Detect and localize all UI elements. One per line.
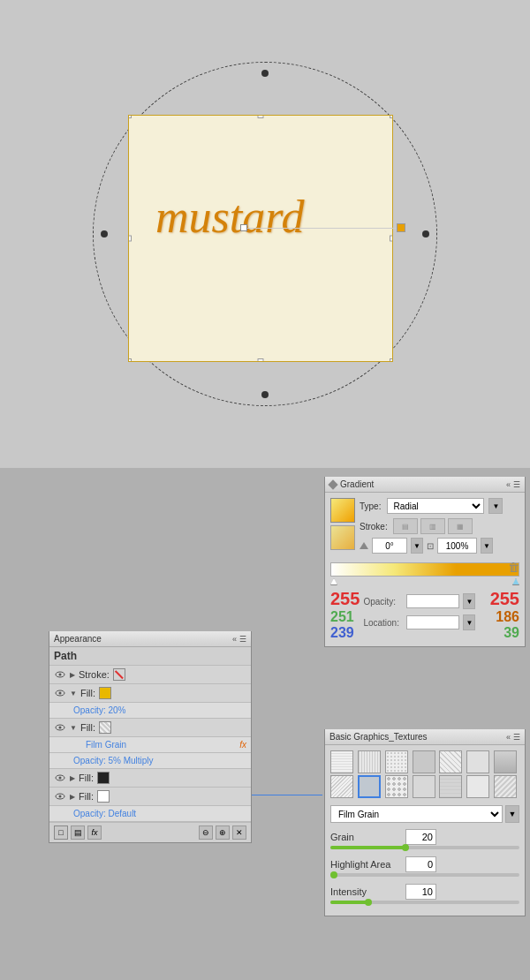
fill4-swatch[interactable] (97, 790, 110, 803)
stroke-btn-2[interactable]: ▥ (420, 518, 445, 534)
fill1-swatch[interactable] (99, 687, 111, 699)
appear-toolbar-btn2[interactable]: ▤ (71, 825, 85, 840)
stroke-btn-1[interactable]: ▤ (393, 518, 418, 534)
aspect-dropdown[interactable]: ▼ (481, 538, 493, 554)
fill3-label: Fill: (79, 773, 94, 783)
fill3-arrow[interactable]: ▶ (70, 774, 75, 782)
type-dropdown-arrow[interactable]: ▼ (488, 498, 503, 514)
grain-thumb[interactable] (402, 844, 409, 851)
stroke-swatch[interactable] (113, 668, 125, 681)
texture-thumb-14[interactable] (494, 775, 517, 798)
texture-thumb-10[interactable] (385, 775, 408, 798)
gradient-stop-left[interactable] (330, 578, 337, 585)
texture-thumb-7[interactable] (494, 750, 517, 773)
circle-handle-bottom[interactable] (261, 391, 269, 398)
appear-menu-icon[interactable]: ☰ (239, 635, 246, 644)
gradient-trash-icon[interactable]: 🗑 (508, 561, 519, 574)
gradient-handle-right[interactable] (397, 223, 405, 232)
highlight-track[interactable] (330, 873, 519, 877)
tex-menu-icon[interactable]: ☰ (513, 733, 520, 742)
appearance-panel: Appearance « ☰ Path ▶ Stroke: ▼ Fill: (49, 631, 252, 843)
appear-toolbar-btn3[interactable]: fx (87, 825, 102, 840)
fill3-swatch[interactable] (97, 772, 110, 784)
intensity-track-row (325, 901, 525, 908)
location-input[interactable] (406, 615, 459, 629)
stroke-label: Stroke: (360, 522, 390, 531)
appear-toolbar-btn4[interactable]: ⊖ (199, 825, 213, 840)
stroke-arrow-icon[interactable]: ▶ (70, 671, 75, 679)
rect-handle-mr[interactable] (390, 236, 393, 242)
texture-dropdown-arrow[interactable]: ▼ (505, 805, 519, 823)
stroke-btn-3[interactable]: ▦ (448, 518, 473, 534)
fill3-row: ▶ Fill: (49, 769, 251, 788)
gradient-swatch-main[interactable] (330, 498, 355, 523)
appear-toolbar-btn5[interactable]: ⊕ (216, 825, 230, 840)
appear-toolbar-btn6[interactable]: ✕ (232, 825, 246, 840)
texture-thumb-12[interactable] (439, 775, 462, 798)
grain-value[interactable]: 20 (405, 829, 436, 845)
gradient-bar[interactable] (330, 562, 519, 577)
rect-handle-tl[interactable] (128, 115, 132, 118)
texture-thumb-8[interactable] (330, 775, 353, 798)
opacity2-row: Opacity: 5% Multiply (49, 753, 251, 769)
fill1-eye-icon[interactable] (54, 687, 66, 699)
gradient-stop-right[interactable] (512, 578, 519, 585)
aspect-input[interactable] (437, 538, 477, 554)
stroke-eye-icon[interactable] (54, 668, 66, 681)
texture-thumb-4[interactable] (413, 750, 435, 773)
angle-input[interactable] (372, 538, 407, 554)
intensity-value[interactable]: 10 (405, 884, 436, 900)
svg-point-9 (59, 795, 62, 798)
rect-handle-tr[interactable] (390, 115, 393, 118)
texture-thumb-6[interactable] (466, 750, 489, 773)
rect-handle-tc[interactable] (258, 115, 264, 118)
r-value-right: 255 (490, 589, 519, 609)
textures-panel-title: Basic Graphics_Textures (329, 732, 428, 742)
fill4-eye-icon[interactable] (54, 790, 66, 803)
texture-thumb-1[interactable] (330, 750, 353, 773)
appear-collapse-icon[interactable]: « (232, 635, 237, 644)
highlight-value[interactable]: 0 (405, 856, 436, 872)
appear-toolbar-btn1[interactable]: □ (54, 825, 68, 840)
opacity-dropdown[interactable]: ▼ (463, 593, 475, 609)
rect-handle-ml[interactable] (128, 236, 132, 242)
rect-handle-bc[interactable] (258, 358, 264, 362)
fill2-swatch[interactable] (99, 721, 111, 734)
opacity-label: Opacity: (363, 597, 403, 607)
tex-collapse-icon[interactable]: « (506, 733, 511, 742)
type-select[interactable]: Radial Linear (387, 498, 484, 514)
angle-dropdown[interactable]: ▼ (411, 538, 423, 554)
location-dropdown[interactable]: ▼ (463, 614, 475, 630)
texture-thumb-9-selected[interactable] (358, 775, 381, 798)
panel-menu-icon[interactable]: ☰ (513, 480, 520, 489)
canvas-inner: mustard (80, 49, 450, 419)
circle-handle-right[interactable] (422, 230, 429, 237)
texture-select[interactable]: Film Grain (330, 805, 503, 823)
texture-thumb-5[interactable] (439, 750, 462, 773)
panel-collapse-icon[interactable]: « (506, 480, 511, 489)
texture-thumb-13[interactable] (466, 775, 489, 798)
rect-handle-bl[interactable] (128, 358, 132, 362)
texture-thumb-2[interactable] (358, 750, 381, 773)
circle-handle-left[interactable] (101, 230, 108, 237)
gradient-handle-left[interactable] (240, 224, 247, 231)
opacity-input[interactable] (406, 594, 459, 608)
gradient-swatch-secondary[interactable] (330, 525, 355, 550)
filmgrain-row: Film Grain fx (49, 737, 251, 753)
texture-thumb-11[interactable] (413, 775, 435, 798)
fill2-arrow[interactable]: ▼ (70, 724, 77, 732)
fill1-arrow[interactable]: ▼ (70, 690, 77, 697)
texture-thumb-3[interactable] (385, 750, 408, 773)
fill4-row: ▶ Fill: (49, 788, 251, 806)
grain-track[interactable] (330, 846, 519, 849)
gradient-panel: Gradient « ☰ Type: Radial (324, 477, 526, 647)
rect-handle-br[interactable] (390, 358, 393, 362)
highlight-thumb[interactable] (330, 871, 337, 878)
fill1-label: Fill: (80, 688, 95, 698)
fill2-eye-icon[interactable] (54, 721, 66, 734)
fill4-arrow[interactable]: ▶ (70, 793, 75, 801)
intensity-thumb[interactable] (365, 899, 372, 906)
circle-handle-top[interactable] (261, 70, 269, 77)
fill3-eye-icon[interactable] (54, 772, 66, 784)
intensity-track[interactable] (330, 901, 519, 904)
